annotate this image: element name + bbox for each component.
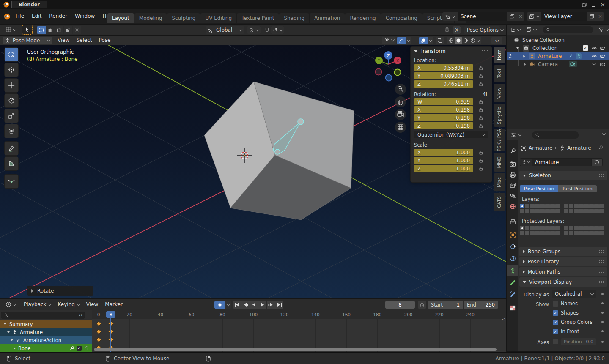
layer-cell[interactable] bbox=[555, 204, 560, 208]
view-layer-browse-button[interactable] bbox=[527, 12, 541, 21]
layer-cell[interactable] bbox=[599, 231, 604, 235]
layer-cell[interactable] bbox=[530, 226, 535, 230]
layer-cell[interactable] bbox=[589, 209, 594, 213]
channel-enable-checkbox[interactable]: ✓ bbox=[77, 346, 82, 351]
channel-armature[interactable]: Armature bbox=[0, 328, 92, 336]
scene-browse-button[interactable] bbox=[442, 12, 458, 21]
properties-tab-scene[interactable] bbox=[507, 190, 518, 201]
playhead-pill[interactable]: 8 bbox=[106, 311, 115, 318]
workspace-tab-animation[interactable]: Animation bbox=[310, 13, 345, 23]
sidebar-tab-misc[interactable]: Misc bbox=[494, 173, 505, 191]
header-expand-button[interactable]: ↔ bbox=[491, 37, 502, 44]
layer-cell[interactable] bbox=[594, 231, 599, 235]
workspace-tab-uv-editing[interactable]: UV Editing bbox=[200, 13, 236, 23]
close-button[interactable]: × bbox=[598, 0, 607, 9]
end-frame-field[interactable]: End 250 bbox=[464, 301, 498, 309]
transform-rotation-y-field[interactable]: Y-0.198 bbox=[414, 114, 473, 121]
layer-cell[interactable] bbox=[520, 204, 524, 208]
maximize-button[interactable] bbox=[589, 0, 598, 9]
auto-key-button[interactable] bbox=[214, 301, 225, 309]
collection-exclude-checkbox[interactable]: ✓ bbox=[583, 45, 588, 51]
operator-panel[interactable]: Rotate bbox=[27, 286, 93, 296]
layer-cell[interactable] bbox=[535, 209, 540, 213]
properties-tab-bone[interactable] bbox=[507, 277, 518, 288]
layer-cell[interactable] bbox=[535, 226, 540, 230]
minimize-button[interactable]: – bbox=[570, 0, 579, 9]
select-extend-button[interactable] bbox=[46, 26, 55, 34]
channel-bone[interactable]: Bone✓ bbox=[0, 344, 92, 352]
pose-mirror-x-icon[interactable] bbox=[444, 27, 450, 33]
sidebar-tab-tool[interactable]: Tool bbox=[494, 65, 505, 82]
snap-toggle-button[interactable] bbox=[263, 26, 271, 34]
shading-rendered-button[interactable] bbox=[469, 37, 476, 44]
menu-file[interactable]: File bbox=[12, 12, 28, 20]
sidebar-tab-psk-psa[interactable]: PSK / PSA bbox=[494, 129, 505, 151]
editor-type-button[interactable] bbox=[3, 26, 19, 33]
layer-cell[interactable] bbox=[579, 231, 584, 235]
properties-tab-world[interactable] bbox=[507, 201, 518, 212]
layer-cell[interactable] bbox=[525, 204, 529, 208]
viewport-menu-select[interactable]: Select bbox=[73, 36, 95, 44]
layer-cell[interactable] bbox=[535, 204, 540, 208]
gizmos-menu-arrow[interactable] bbox=[406, 37, 411, 44]
layer-cell[interactable] bbox=[530, 204, 535, 208]
workspace-tab-texture-paint[interactable]: Texture Paint bbox=[237, 13, 279, 23]
layer-cell[interactable] bbox=[589, 231, 594, 235]
properties-options-arrow[interactable] bbox=[602, 132, 606, 135]
outliner-row-collection[interactable]: Collection ✓ bbox=[507, 44, 609, 52]
layer-cell[interactable] bbox=[550, 231, 555, 235]
properties-editor-type-button[interactable] bbox=[508, 131, 523, 139]
transform-scale-z-field[interactable]: Z1.000 bbox=[414, 165, 473, 172]
play-button[interactable] bbox=[258, 301, 266, 309]
properties-tab-bone-constraint[interactable] bbox=[507, 289, 518, 300]
navigation-gizmo[interactable]: Z Y X bbox=[375, 51, 401, 81]
shading-solid-button[interactable] bbox=[455, 37, 462, 44]
outliner-display-mode-button[interactable] bbox=[508, 26, 522, 33]
layer-cell[interactable] bbox=[545, 204, 550, 208]
skeleton-panel-header[interactable]: Skeleton bbox=[519, 171, 607, 180]
jump-to-start-button[interactable] bbox=[233, 301, 241, 309]
viewport-3d[interactable]: Pose Mode ViewSelectPose bbox=[0, 36, 506, 298]
breadcrumb-object[interactable]: Armature bbox=[529, 145, 552, 151]
layer-cell[interactable] bbox=[520, 231, 524, 235]
layer-cell[interactable] bbox=[540, 231, 545, 235]
tool-rotate-button[interactable] bbox=[4, 93, 19, 108]
expand-icon[interactable] bbox=[7, 331, 10, 333]
jump-to-end-button[interactable] bbox=[275, 301, 283, 309]
display-as-dropdown[interactable]: Octahedral bbox=[552, 290, 596, 298]
layer-cell[interactable] bbox=[520, 209, 524, 213]
orientation-dropdown[interactable]: Global bbox=[206, 26, 244, 34]
timeline-editor-type-button[interactable] bbox=[3, 301, 19, 308]
layer-cell[interactable] bbox=[599, 204, 604, 208]
timeline-menu-marker[interactable]: Marker bbox=[102, 301, 126, 308]
layer-cell[interactable] bbox=[535, 231, 540, 235]
restore-button[interactable] bbox=[579, 0, 589, 9]
panel-bone-groups[interactable]: Bone Groups bbox=[519, 247, 607, 256]
layer-cell[interactable] bbox=[564, 209, 568, 213]
transform-scale-x-field[interactable]: X1.000 bbox=[414, 149, 473, 156]
channel-armatureaction[interactable]: ArmatureAction bbox=[0, 336, 92, 344]
outliner-row-scene-collection[interactable]: Scene Collection bbox=[507, 36, 609, 44]
scene-name-field[interactable]: Scene bbox=[458, 12, 508, 21]
view-layer-name-field[interactable]: View Layer bbox=[541, 12, 587, 21]
layer-cell[interactable] bbox=[579, 204, 584, 208]
active-tool-button[interactable] bbox=[22, 25, 33, 35]
outliner-row-armature[interactable]: Armature bbox=[507, 52, 609, 60]
workspace-tab-shading[interactable]: Shading bbox=[279, 13, 309, 23]
hidden-eye-closed-icon[interactable] bbox=[591, 61, 597, 67]
window-tab-blender[interactable]: Blender bbox=[11, 1, 47, 8]
view-layer-new-button[interactable] bbox=[587, 12, 596, 21]
data-browse-button[interactable] bbox=[520, 158, 532, 166]
properties-tab-physics[interactable] bbox=[507, 253, 518, 264]
properties-tab-object-data[interactable] bbox=[507, 265, 518, 276]
overlays-dropdown[interactable] bbox=[419, 37, 433, 44]
gizmo-axis-z-neg[interactable] bbox=[386, 75, 392, 81]
panel-motion-paths[interactable]: Motion Paths bbox=[519, 267, 607, 276]
workspace-tab-layout[interactable]: Layout bbox=[107, 13, 134, 23]
select-subtract-button[interactable] bbox=[55, 26, 63, 34]
layer-cell[interactable] bbox=[594, 204, 599, 208]
layer-cell[interactable] bbox=[520, 226, 524, 230]
panel-drag-dots-icon[interactable] bbox=[597, 174, 604, 177]
layer-cell[interactable] bbox=[564, 231, 568, 235]
pan-button[interactable] bbox=[395, 96, 406, 107]
